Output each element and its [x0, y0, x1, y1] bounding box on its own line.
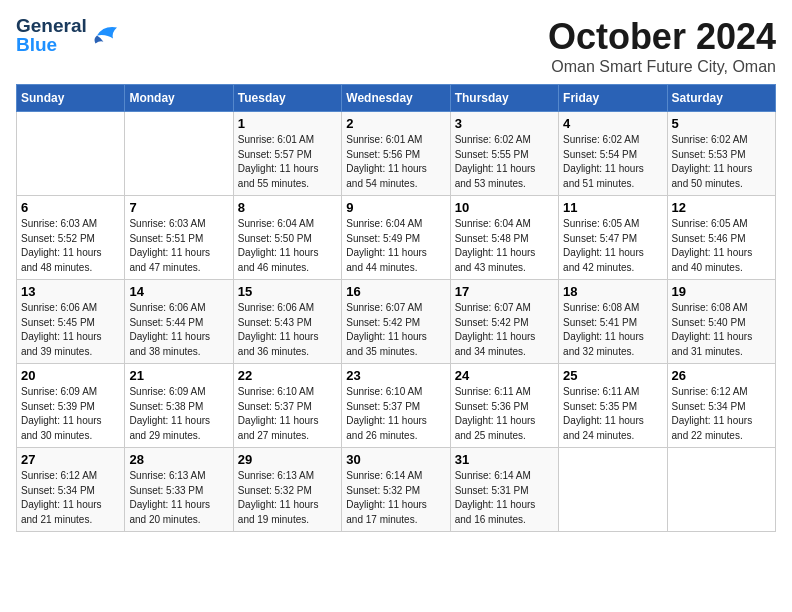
calendar-cell: 12Sunrise: 6:05 AM Sunset: 5:46 PM Dayli… [667, 196, 775, 280]
calendar-cell: 25Sunrise: 6:11 AM Sunset: 5:35 PM Dayli… [559, 364, 667, 448]
day-number: 6 [21, 200, 120, 215]
day-info: Sunrise: 6:08 AM Sunset: 5:40 PM Dayligh… [672, 301, 771, 359]
day-number: 5 [672, 116, 771, 131]
logo-bird-icon [89, 21, 121, 49]
week-row-4: 27Sunrise: 6:12 AM Sunset: 5:34 PM Dayli… [17, 448, 776, 532]
week-row-3: 20Sunrise: 6:09 AM Sunset: 5:39 PM Dayli… [17, 364, 776, 448]
header-cell-saturday: Saturday [667, 85, 775, 112]
week-row-0: 1Sunrise: 6:01 AM Sunset: 5:57 PM Daylig… [17, 112, 776, 196]
day-info: Sunrise: 6:11 AM Sunset: 5:35 PM Dayligh… [563, 385, 662, 443]
day-info: Sunrise: 6:11 AM Sunset: 5:36 PM Dayligh… [455, 385, 554, 443]
day-number: 4 [563, 116, 662, 131]
day-number: 16 [346, 284, 445, 299]
day-info: Sunrise: 6:06 AM Sunset: 5:43 PM Dayligh… [238, 301, 337, 359]
header-cell-monday: Monday [125, 85, 233, 112]
calendar-cell: 15Sunrise: 6:06 AM Sunset: 5:43 PM Dayli… [233, 280, 341, 364]
calendar-cell: 16Sunrise: 6:07 AM Sunset: 5:42 PM Dayli… [342, 280, 450, 364]
week-row-1: 6Sunrise: 6:03 AM Sunset: 5:52 PM Daylig… [17, 196, 776, 280]
calendar-cell [559, 448, 667, 532]
day-info: Sunrise: 6:02 AM Sunset: 5:55 PM Dayligh… [455, 133, 554, 191]
location: Oman Smart Future City, Oman [548, 58, 776, 76]
day-number: 21 [129, 368, 228, 383]
calendar-cell: 4Sunrise: 6:02 AM Sunset: 5:54 PM Daylig… [559, 112, 667, 196]
day-number: 25 [563, 368, 662, 383]
page-header: General Blue October 2024 Oman Smart Fut… [16, 16, 776, 76]
day-info: Sunrise: 6:05 AM Sunset: 5:46 PM Dayligh… [672, 217, 771, 275]
calendar-cell: 24Sunrise: 6:11 AM Sunset: 5:36 PM Dayli… [450, 364, 558, 448]
day-info: Sunrise: 6:09 AM Sunset: 5:39 PM Dayligh… [21, 385, 120, 443]
day-info: Sunrise: 6:02 AM Sunset: 5:53 PM Dayligh… [672, 133, 771, 191]
calendar-cell: 7Sunrise: 6:03 AM Sunset: 5:51 PM Daylig… [125, 196, 233, 280]
day-number: 20 [21, 368, 120, 383]
day-number: 15 [238, 284, 337, 299]
day-number: 1 [238, 116, 337, 131]
day-info: Sunrise: 6:14 AM Sunset: 5:32 PM Dayligh… [346, 469, 445, 527]
day-number: 22 [238, 368, 337, 383]
day-info: Sunrise: 6:04 AM Sunset: 5:49 PM Dayligh… [346, 217, 445, 275]
day-number: 23 [346, 368, 445, 383]
calendar-cell: 23Sunrise: 6:10 AM Sunset: 5:37 PM Dayli… [342, 364, 450, 448]
calendar-cell: 3Sunrise: 6:02 AM Sunset: 5:55 PM Daylig… [450, 112, 558, 196]
day-info: Sunrise: 6:04 AM Sunset: 5:50 PM Dayligh… [238, 217, 337, 275]
calendar-cell: 30Sunrise: 6:14 AM Sunset: 5:32 PM Dayli… [342, 448, 450, 532]
day-number: 18 [563, 284, 662, 299]
header-cell-friday: Friday [559, 85, 667, 112]
day-info: Sunrise: 6:14 AM Sunset: 5:31 PM Dayligh… [455, 469, 554, 527]
day-number: 12 [672, 200, 771, 215]
title-block: October 2024 Oman Smart Future City, Oma… [548, 16, 776, 76]
day-number: 13 [21, 284, 120, 299]
calendar-cell: 6Sunrise: 6:03 AM Sunset: 5:52 PM Daylig… [17, 196, 125, 280]
day-number: 11 [563, 200, 662, 215]
day-number: 8 [238, 200, 337, 215]
calendar-cell: 29Sunrise: 6:13 AM Sunset: 5:32 PM Dayli… [233, 448, 341, 532]
day-info: Sunrise: 6:07 AM Sunset: 5:42 PM Dayligh… [455, 301, 554, 359]
day-info: Sunrise: 6:10 AM Sunset: 5:37 PM Dayligh… [346, 385, 445, 443]
calendar-cell: 28Sunrise: 6:13 AM Sunset: 5:33 PM Dayli… [125, 448, 233, 532]
day-info: Sunrise: 6:09 AM Sunset: 5:38 PM Dayligh… [129, 385, 228, 443]
calendar-cell: 20Sunrise: 6:09 AM Sunset: 5:39 PM Dayli… [17, 364, 125, 448]
day-number: 7 [129, 200, 228, 215]
day-number: 19 [672, 284, 771, 299]
calendar-header: SundayMondayTuesdayWednesdayThursdayFrid… [17, 85, 776, 112]
calendar-cell: 21Sunrise: 6:09 AM Sunset: 5:38 PM Dayli… [125, 364, 233, 448]
month-year: October 2024 [548, 16, 776, 58]
calendar-cell: 31Sunrise: 6:14 AM Sunset: 5:31 PM Dayli… [450, 448, 558, 532]
day-info: Sunrise: 6:10 AM Sunset: 5:37 PM Dayligh… [238, 385, 337, 443]
day-info: Sunrise: 6:07 AM Sunset: 5:42 PM Dayligh… [346, 301, 445, 359]
day-info: Sunrise: 6:12 AM Sunset: 5:34 PM Dayligh… [21, 469, 120, 527]
calendar-cell: 2Sunrise: 6:01 AM Sunset: 5:56 PM Daylig… [342, 112, 450, 196]
header-cell-thursday: Thursday [450, 85, 558, 112]
day-info: Sunrise: 6:03 AM Sunset: 5:52 PM Dayligh… [21, 217, 120, 275]
day-number: 10 [455, 200, 554, 215]
logo: General Blue [16, 16, 121, 54]
day-number: 17 [455, 284, 554, 299]
week-row-2: 13Sunrise: 6:06 AM Sunset: 5:45 PM Dayli… [17, 280, 776, 364]
calendar-cell: 14Sunrise: 6:06 AM Sunset: 5:44 PM Dayli… [125, 280, 233, 364]
calendar-cell: 13Sunrise: 6:06 AM Sunset: 5:45 PM Dayli… [17, 280, 125, 364]
calendar-body: 1Sunrise: 6:01 AM Sunset: 5:57 PM Daylig… [17, 112, 776, 532]
day-info: Sunrise: 6:02 AM Sunset: 5:54 PM Dayligh… [563, 133, 662, 191]
day-number: 30 [346, 452, 445, 467]
logo-blue: Blue [16, 35, 57, 54]
day-number: 24 [455, 368, 554, 383]
day-info: Sunrise: 6:08 AM Sunset: 5:41 PM Dayligh… [563, 301, 662, 359]
calendar-cell: 22Sunrise: 6:10 AM Sunset: 5:37 PM Dayli… [233, 364, 341, 448]
calendar-cell: 11Sunrise: 6:05 AM Sunset: 5:47 PM Dayli… [559, 196, 667, 280]
day-info: Sunrise: 6:04 AM Sunset: 5:48 PM Dayligh… [455, 217, 554, 275]
calendar-cell [17, 112, 125, 196]
header-row: SundayMondayTuesdayWednesdayThursdayFrid… [17, 85, 776, 112]
day-info: Sunrise: 6:12 AM Sunset: 5:34 PM Dayligh… [672, 385, 771, 443]
header-cell-sunday: Sunday [17, 85, 125, 112]
calendar-cell: 10Sunrise: 6:04 AM Sunset: 5:48 PM Dayli… [450, 196, 558, 280]
calendar-cell [667, 448, 775, 532]
day-info: Sunrise: 6:01 AM Sunset: 5:57 PM Dayligh… [238, 133, 337, 191]
calendar-cell [125, 112, 233, 196]
day-number: 27 [21, 452, 120, 467]
day-number: 31 [455, 452, 554, 467]
calendar-cell: 18Sunrise: 6:08 AM Sunset: 5:41 PM Dayli… [559, 280, 667, 364]
calendar-cell: 8Sunrise: 6:04 AM Sunset: 5:50 PM Daylig… [233, 196, 341, 280]
day-number: 9 [346, 200, 445, 215]
day-info: Sunrise: 6:01 AM Sunset: 5:56 PM Dayligh… [346, 133, 445, 191]
calendar-cell: 17Sunrise: 6:07 AM Sunset: 5:42 PM Dayli… [450, 280, 558, 364]
day-info: Sunrise: 6:13 AM Sunset: 5:32 PM Dayligh… [238, 469, 337, 527]
